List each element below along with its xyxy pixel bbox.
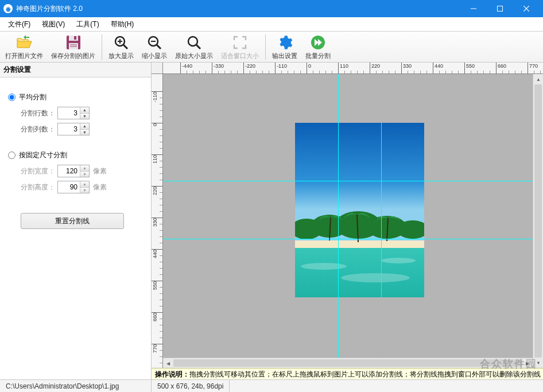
rows-spinner[interactable]: ▲▼ <box>57 107 90 119</box>
hint-text: 拖拽分割线可移动其位置；在标尺上拖拽鼠标到图片上可以添加分割线；将分割线拖拽到窗… <box>189 370 541 378</box>
radio-average-label: 平均分割 <box>19 92 46 102</box>
cols-spinner[interactable]: ▲▼ <box>57 123 90 135</box>
app-icon: ◉ <box>3 4 13 13</box>
zoom-in-button[interactable]: 放大显示 <box>104 32 138 62</box>
menu-bar: 文件(F) 视图(V) 工具(T) 帮助(H) <box>0 17 543 32</box>
fit-window-icon <box>232 34 247 51</box>
radio-fixed-input[interactable] <box>8 152 15 159</box>
width-down[interactable]: ▼ <box>80 172 89 177</box>
preview-image-wrap <box>295 123 424 297</box>
cols-field: 分割列数： ▲▼ <box>21 123 141 135</box>
hint-label: 操作说明： <box>155 370 189 378</box>
hint-bar: 操作说明：拖拽分割线可移动其位置；在标尺上拖拽鼠标到图片上可以添加分割线；将分割… <box>152 368 543 379</box>
height-field: 分割高度： ▲▼ 像素 <box>21 181 141 193</box>
split-line-v1[interactable] <box>338 74 339 358</box>
svg-point-33 <box>381 258 416 263</box>
zoom-out-icon <box>147 34 162 51</box>
batch-icon <box>310 34 326 51</box>
radio-average-split[interactable]: 平均分割 <box>8 92 141 102</box>
zoom-in-icon <box>114 34 129 51</box>
width-field: 分割宽度： ▲▼ 像素 <box>21 165 141 177</box>
ruler-vertical[interactable]: -1100110220330440550660770 <box>152 74 163 368</box>
window-title: 神奇图片分割软件 2.0 <box>16 4 460 14</box>
open-file-button[interactable]: 打开图片文件 <box>1 32 47 62</box>
radio-fixed-label: 按固定尺寸分割 <box>19 150 67 160</box>
vertical-scrollbar[interactable]: ▲ ▼ <box>533 74 543 368</box>
svg-line-11 <box>123 45 127 49</box>
split-line-h2[interactable] <box>163 239 533 239</box>
sidebar: 分割设置 平均分割 分割行数： ▲▼ 分割列数： ▲▼ <box>0 63 152 379</box>
svg-line-15 <box>157 45 161 49</box>
height-up[interactable]: ▲ <box>80 181 89 188</box>
height-spinner[interactable]: ▲▼ <box>57 181 90 193</box>
menu-file[interactable]: 文件(F) <box>2 18 36 31</box>
scroll-h-thumb[interactable] <box>173 359 522 367</box>
split-line-v2[interactable] <box>381 74 382 358</box>
preview-image <box>295 123 424 297</box>
toolbar: 打开图片文件 保存分割的图片 放大显示 缩小显示 原始大小显示 适合窗口大小 输… <box>0 32 543 63</box>
rows-field: 分割行数： ▲▼ <box>21 107 141 119</box>
menu-view[interactable]: 视图(V) <box>36 18 71 31</box>
scroll-down-icon[interactable]: ▼ <box>533 358 543 368</box>
close-button[interactable] <box>513 0 540 17</box>
width-value[interactable] <box>58 165 80 177</box>
minimize-button[interactable] <box>460 0 487 17</box>
menu-help[interactable]: 帮助(H) <box>105 18 140 31</box>
radio-fixed-size[interactable]: 按固定尺寸分割 <box>8 150 141 160</box>
zoom-actual-icon <box>187 34 201 51</box>
save-split-button[interactable]: 保存分割的图片 <box>47 32 99 62</box>
sidebar-header: 分割设置 <box>0 63 151 77</box>
cols-value[interactable] <box>58 123 80 135</box>
status-bar: C:\Users\Administrator\Desktop\1.jpg 500… <box>0 379 543 392</box>
svg-rect-22 <box>295 248 424 297</box>
rows-down[interactable]: ▼ <box>80 114 89 119</box>
split-line-h1[interactable] <box>163 181 533 181</box>
svg-rect-1 <box>498 6 503 11</box>
batch-split-button[interactable]: 批量分割 <box>301 32 335 62</box>
canvas-area: -440-330-220-110011022033044055066077088… <box>152 63 543 379</box>
status-path: C:\Users\Administrator\Desktop\1.jpg <box>0 380 152 392</box>
status-info: 500 x 676, 24b, 96dpi <box>152 380 230 392</box>
viewport[interactable] <box>163 74 533 358</box>
scroll-v-thumb[interactable] <box>534 84 542 358</box>
scroll-up-icon[interactable]: ▲ <box>533 74 543 84</box>
ruler-corner <box>152 63 163 74</box>
height-value[interactable] <box>58 181 80 193</box>
toolbar-separator <box>102 34 102 60</box>
svg-point-32 <box>341 273 410 282</box>
scroll-right-icon[interactable]: ▶ <box>522 358 533 368</box>
ruler-horizontal[interactable]: -440-330-220-110011022033044055066077088… <box>163 63 543 74</box>
width-up[interactable]: ▲ <box>80 165 89 172</box>
output-settings-button[interactable]: 输出设置 <box>268 32 301 62</box>
maximize-button[interactable] <box>487 0 513 17</box>
svg-line-18 <box>196 45 200 49</box>
cols-down[interactable]: ▼ <box>80 130 89 135</box>
actual-size-button[interactable]: 原始大小显示 <box>171 32 217 62</box>
horizontal-scrollbar[interactable]: ◀ ▶ <box>163 358 533 368</box>
save-icon <box>66 34 81 51</box>
gear-icon <box>277 34 293 51</box>
zoom-out-button[interactable]: 缩小显示 <box>138 32 171 62</box>
radio-average-input[interactable] <box>8 94 15 101</box>
fit-window-button[interactable]: 适合窗口大小 <box>217 32 263 62</box>
folder-open-icon <box>15 34 33 51</box>
title-bar: ◉ 神奇图片分割软件 2.0 <box>0 0 543 17</box>
toolbar-separator <box>265 34 266 60</box>
reset-lines-button[interactable]: 重置分割线 <box>21 213 124 229</box>
width-spinner[interactable]: ▲▼ <box>57 165 90 177</box>
rows-up[interactable]: ▲ <box>80 107 89 114</box>
cols-up[interactable]: ▲ <box>80 123 89 130</box>
scroll-left-icon[interactable]: ◀ <box>163 358 173 368</box>
svg-rect-5 <box>69 36 78 41</box>
menu-tool[interactable]: 工具(T) <box>71 18 104 31</box>
svg-rect-6 <box>74 36 76 40</box>
svg-point-17 <box>188 37 197 46</box>
svg-point-31 <box>301 263 347 270</box>
main-area: 分割设置 平均分割 分割行数： ▲▼ 分割列数： ▲▼ <box>0 63 543 379</box>
rows-value[interactable] <box>58 107 80 119</box>
height-down[interactable]: ▼ <box>80 188 89 193</box>
